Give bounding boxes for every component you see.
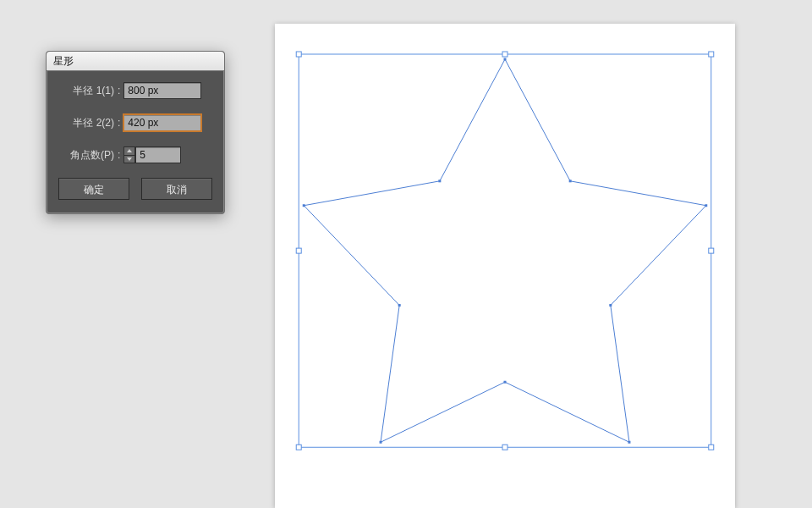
points-label: 角点数(P) xyxy=(58,148,118,163)
dialog-title[interactable]: 星形 xyxy=(47,52,224,71)
artboard[interactable] xyxy=(275,24,735,508)
svg-rect-6 xyxy=(504,381,507,384)
dialog-buttons: 确定 取消 xyxy=(58,178,212,200)
svg-rect-17 xyxy=(296,444,301,450)
points-input[interactable] xyxy=(135,146,181,163)
stepper-arrows xyxy=(123,146,135,163)
shape-preview xyxy=(275,24,735,508)
svg-rect-14 xyxy=(709,52,714,57)
svg-rect-8 xyxy=(398,304,401,306)
star-dialog: 星形 半径 1(1) : 半径 2(2) : 角点数(P) : 确定 xyxy=(46,51,225,214)
svg-rect-10 xyxy=(438,179,441,182)
radius1-label: 半径 1(1) xyxy=(58,84,118,98)
chevron-up-icon xyxy=(127,149,132,152)
svg-marker-0 xyxy=(304,59,706,442)
radius1-row: 半径 1(1) : xyxy=(58,81,212,100)
radius2-label: 半径 2(2) xyxy=(58,116,118,130)
ok-button[interactable]: 确定 xyxy=(58,178,129,200)
svg-rect-12 xyxy=(296,52,301,57)
svg-rect-13 xyxy=(502,52,508,57)
radius2-row: 半径 2(2) : xyxy=(58,113,212,132)
radius2-colon: : xyxy=(118,117,123,129)
svg-rect-2 xyxy=(569,179,572,182)
radius1-input[interactable] xyxy=(123,82,201,99)
svg-rect-7 xyxy=(380,441,382,444)
stepper-down[interactable] xyxy=(123,155,135,164)
points-stepper xyxy=(123,146,181,163)
svg-rect-5 xyxy=(628,441,630,444)
svg-rect-4 xyxy=(609,304,612,306)
svg-rect-19 xyxy=(709,444,714,450)
chevron-down-icon xyxy=(127,157,132,161)
svg-rect-16 xyxy=(709,248,714,253)
svg-rect-1 xyxy=(504,58,507,61)
points-colon: : xyxy=(118,149,123,161)
svg-rect-11 xyxy=(299,54,711,447)
cancel-button[interactable]: 取消 xyxy=(141,178,212,200)
radius2-input[interactable] xyxy=(123,114,201,131)
svg-rect-9 xyxy=(303,204,305,207)
dialog-body: 半径 1(1) : 半径 2(2) : 角点数(P) : 确定 取消 xyxy=(47,71,224,213)
svg-rect-15 xyxy=(296,248,301,253)
points-row: 角点数(P) : xyxy=(58,146,212,164)
svg-rect-3 xyxy=(705,204,707,207)
stepper-up[interactable] xyxy=(123,146,135,155)
radius1-colon: : xyxy=(118,85,123,97)
svg-rect-18 xyxy=(502,444,508,450)
